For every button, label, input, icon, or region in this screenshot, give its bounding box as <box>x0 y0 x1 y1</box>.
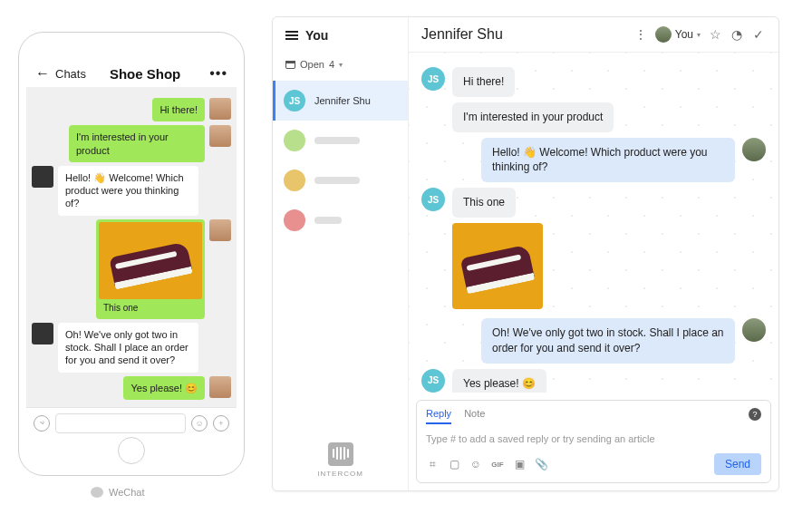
conversation-item[interactable]: JS Jennifer Shu <box>273 81 408 121</box>
plus-icon[interactable]: + <box>213 415 229 432</box>
incoming-bubble: This one <box>452 188 516 218</box>
incoming-bubble: Oh! We've only got two in stock. Shall I… <box>58 323 198 373</box>
wechat-caption: WeChat <box>91 487 145 498</box>
intercom-logo-icon <box>328 442 353 466</box>
message-row: I'm interested in your product <box>32 125 231 162</box>
help-icon[interactable]: ? <box>749 408 761 421</box>
conversation-item[interactable] <box>273 200 408 240</box>
chat-image[interactable] <box>452 223 543 309</box>
voice-icon[interactable]: ༄ <box>34 415 50 432</box>
conversation-avatar <box>284 170 305 191</box>
skeleton-text <box>314 217 342 224</box>
more-icon[interactable]: ⋮ <box>633 27 648 42</box>
conversation-list: JS Jennifer Shu <box>273 81 408 430</box>
user-avatar <box>209 98 231 120</box>
message-row: This one <box>32 219 231 319</box>
main-header: Jennifer Shu ⋮ You ▾ ☆ ◔ ✓ <box>409 17 778 53</box>
phone-text-input[interactable] <box>55 413 186 433</box>
chat-area: JS Hi there! I'm interested in your prod… <box>409 53 778 393</box>
incoming-bubble: Hi there! <box>452 67 515 97</box>
image-message[interactable]: This one <box>96 219 205 319</box>
bookmark-icon[interactable]: ▢ <box>448 458 460 471</box>
message-row: Oh! We've only got two in stock. Shall I… <box>32 323 231 373</box>
wechat-phone-mockup: ← Chats Shoe Shop ••• Hi there! I'm inte… <box>18 32 245 476</box>
user-avatar <box>209 376 231 398</box>
shop-avatar <box>32 166 53 188</box>
incoming-bubble: I'm interested in your product <box>452 102 614 132</box>
tab-note[interactable]: Note <box>464 408 485 424</box>
message-row: JS Hi there! <box>421 67 766 97</box>
conversation-item[interactable] <box>273 160 408 200</box>
message-row: Oh! We've only got two in stock. Shall I… <box>421 318 766 364</box>
star-icon[interactable]: ☆ <box>708 27 722 42</box>
operator-avatar <box>742 318 766 342</box>
image-icon[interactable]: ▣ <box>513 458 526 471</box>
send-button[interactable]: Send <box>714 453 761 475</box>
conversation-name: Jennifer Shu <box>314 95 371 106</box>
incoming-bubble: Yes please! 😊 <box>452 369 546 393</box>
customer-avatar: JS <box>421 188 445 211</box>
chat-title: Shoe Shop <box>81 66 209 82</box>
sidebar-header: You <box>273 17 408 53</box>
message-row: Hi there! <box>32 98 231 121</box>
operator-avatar <box>742 138 766 161</box>
outgoing-bubble: Yes please! 😊 <box>123 376 205 400</box>
emoji-icon[interactable]: ☺ <box>191 415 208 432</box>
gif-icon[interactable]: GIF <box>491 458 504 471</box>
user-avatar <box>209 219 231 241</box>
hamburger-icon[interactable] <box>285 31 298 40</box>
phone-input-bar: ༄ ☺ + <box>26 407 237 439</box>
customer-avatar: JS <box>421 369 445 393</box>
message-row: Hello! 👋 Welcome! Which product were you… <box>421 138 766 183</box>
composer: ? Reply Note Type # to add a saved reply… <box>416 400 771 483</box>
wechat-icon <box>91 487 103 498</box>
sidebar-title: You <box>305 28 328 43</box>
intercom-app: You Open 4 ▾ JS Jennifer Shu <box>272 16 779 491</box>
outgoing-bubble: Oh! We've only got two in stock. Shall I… <box>481 318 735 364</box>
outgoing-bubble: I'm interested in your product <box>69 125 205 162</box>
main-pane: Jennifer Shu ⋮ You ▾ ☆ ◔ ✓ JS Hi there! … <box>409 17 778 490</box>
skeleton-text <box>314 137 360 144</box>
open-filter[interactable]: Open 4 ▾ <box>273 53 408 81</box>
conversation-avatar <box>284 130 305 151</box>
incoming-bubble: Hello! 👋 Welcome! Which product were you… <box>58 166 198 216</box>
message-row: Hello! 👋 Welcome! Which product were you… <box>32 166 231 216</box>
phone-chat-body: Hi there! I'm interested in your product… <box>26 87 237 407</box>
image-caption: This one <box>99 299 202 316</box>
phone-header: ← Chats Shoe Shop ••• <box>26 60 237 87</box>
conversation-avatar: JS <box>284 90 305 112</box>
shoe-image <box>99 222 202 299</box>
user-avatar <box>209 125 231 147</box>
message-row: Yes please! 😊 <box>32 376 231 400</box>
assignee-dropdown[interactable]: You ▾ <box>655 26 701 43</box>
composer-toolbar: ⌗ ▢ ☺ GIF ▣ 📎 Send <box>426 453 761 475</box>
close-icon[interactable]: ✓ <box>751 27 766 42</box>
outgoing-bubble: Hello! 👋 Welcome! Which product were you… <box>481 138 735 183</box>
inbox-icon <box>285 61 295 69</box>
back-arrow-icon[interactable]: ← <box>35 65 50 82</box>
intercom-logo-text: INTERCOM <box>273 470 408 478</box>
message-row: JS This one <box>421 188 766 218</box>
saved-reply-icon[interactable]: ⌗ <box>426 458 439 471</box>
attachment-icon[interactable]: 📎 <box>535 458 547 471</box>
composer-tabs: Reply Note <box>426 408 761 424</box>
conversation-avatar <box>284 209 305 231</box>
customer-avatar: JS <box>421 67 445 91</box>
conversation-item[interactable] <box>273 121 408 160</box>
emoji-icon[interactable]: ☺ <box>469 458 482 471</box>
conversation-title: Jennifer Shu <box>421 26 626 43</box>
snooze-icon[interactable]: ◔ <box>730 27 744 42</box>
phone-menu-icon[interactable]: ••• <box>209 65 227 82</box>
chevron-down-icon: ▾ <box>339 61 343 69</box>
message-row: JS Yes please! 😊 <box>421 369 766 393</box>
skeleton-text <box>314 177 360 184</box>
chevron-down-icon: ▾ <box>697 31 701 39</box>
tab-reply[interactable]: Reply <box>426 408 451 424</box>
message-row: I'm interested in your product <box>421 102 766 132</box>
shop-avatar <box>32 323 53 344</box>
operator-avatar <box>655 26 672 43</box>
intercom-logo: INTERCOM <box>273 430 408 490</box>
sidebar: You Open 4 ▾ JS Jennifer Shu <box>273 17 409 490</box>
outgoing-bubble: Hi there! <box>152 98 205 121</box>
composer-input[interactable]: Type # to add a saved reply or try sendi… <box>426 430 761 453</box>
